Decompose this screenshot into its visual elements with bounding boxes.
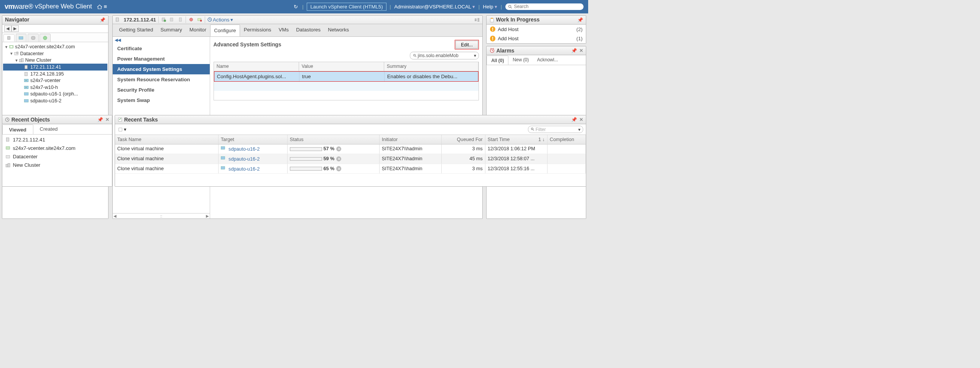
th-queued[interactable]: Queued For (442, 135, 485, 144)
search-input[interactable] (514, 4, 580, 9)
user-menu[interactable]: Administrator@VSPHERE.LOCAL (394, 4, 475, 10)
tasks-export-icon[interactable] (118, 127, 124, 132)
recent-tab-viewed[interactable]: Viewed (2, 125, 33, 135)
tree-vm-0[interactable]: s24x7-vcenter (3, 77, 107, 84)
recent-tab-created[interactable]: Created (33, 124, 64, 134)
tasks-header: Task Name Target Status Initiator Queued… (115, 135, 586, 145)
alarm-tab-ack[interactable]: Acknowl... (533, 55, 562, 65)
tab-monitor[interactable]: Monitor (186, 24, 210, 36)
pin-icon[interactable]: 📌 (97, 117, 103, 122)
recent-objects-panel: Recent Objects 📌 ✕ Viewed Created 172.21… (2, 115, 112, 187)
recent-item-3[interactable]: New Cluster (3, 161, 111, 169)
svg-rect-43 (221, 156, 225, 159)
actions-menu[interactable]: Actions ▾ (207, 17, 233, 23)
svg-rect-35 (6, 155, 10, 158)
global-search[interactable] (505, 3, 584, 10)
tree-host-1[interactable]: 172.24.128.195 (3, 71, 107, 77)
tree-host-0[interactable]: 172.21.112.41 (3, 64, 107, 71)
snav-power-management[interactable]: Power Management (113, 54, 210, 64)
snav-security-profile[interactable]: Security Profile (113, 85, 210, 95)
related-objects-icon[interactable] (474, 17, 480, 22)
svg-point-20 (164, 20, 166, 22)
alarm-tab-all[interactable]: All (0) (487, 56, 508, 65)
settings-row[interactable]: Config.HostAgent.plugins.sol... true Ena… (214, 71, 479, 82)
th-status[interactable]: Status (288, 135, 380, 144)
tab-permissions[interactable]: Permissions (240, 24, 275, 36)
close-icon[interactable]: ✕ (105, 117, 109, 122)
pin-icon[interactable]: 📌 (100, 17, 105, 23)
wip-item-1[interactable]: ! Add Host (1) (487, 34, 585, 43)
th-start[interactable]: Start Time 1 ↓ (485, 135, 548, 144)
col-name[interactable]: Name (214, 62, 299, 71)
storage-tab[interactable] (28, 34, 39, 41)
hosts-clusters-tab[interactable] (3, 34, 15, 42)
recent-item-0[interactable]: 172.21.112.41 (3, 135, 111, 144)
sidebar-collapse-icon[interactable]: ◀◀ (113, 37, 210, 44)
host-tabs: Getting Started Summary Monitor Configur… (113, 24, 482, 36)
action-icon-2[interactable] (169, 17, 175, 22)
task-row[interactable]: Clone virtual machine sdpauto-u16-2 65 %… (115, 164, 586, 174)
tab-getting-started[interactable]: Getting Started (115, 24, 157, 36)
pin-icon[interactable]: 📌 (571, 117, 577, 122)
task-row[interactable]: Clone virtual machine sdpauto-u16-2 57 %… (115, 145, 586, 154)
svg-rect-38 (118, 118, 122, 122)
vms-templates-tab[interactable] (16, 34, 27, 41)
svg-rect-7 (10, 46, 12, 48)
col-summary[interactable]: Summary (384, 62, 479, 71)
svg-rect-11 (21, 59, 23, 62)
tab-vms[interactable]: VMs (275, 24, 293, 36)
home-menu-icon[interactable] (104, 5, 107, 8)
cancel-task-icon[interactable]: ✕ (336, 166, 341, 171)
launch-html5-button[interactable]: Launch vSphere Client (HTML5) (307, 3, 386, 11)
wip-item-0[interactable]: ! Add Host (2) (487, 25, 585, 34)
action-icon-5[interactable] (196, 17, 202, 22)
th-task-name[interactable]: Task Name (115, 135, 219, 144)
pin-icon[interactable]: 📌 (571, 48, 577, 53)
snav-certificate[interactable]: Certificate (113, 43, 210, 54)
svg-rect-9 (16, 52, 18, 54)
nav-back-button[interactable]: ◀ (4, 25, 12, 31)
svg-point-40 (531, 128, 533, 130)
close-icon[interactable]: ✕ (579, 117, 583, 122)
home-icon[interactable] (97, 4, 103, 9)
cancel-task-icon[interactable]: ✕ (336, 156, 341, 161)
cancel-task-icon[interactable]: ✕ (336, 146, 341, 151)
tree-vm-3[interactable]: sdpauto-u16-2 (3, 97, 107, 104)
th-target[interactable]: Target (219, 135, 288, 144)
tasks-filter[interactable]: Filter ▾ (528, 126, 583, 133)
col-value[interactable]: Value (299, 62, 384, 71)
tree-vcenter[interactable]: ▼s24x7-vcenter.site24x7.com (3, 43, 107, 50)
edit-button[interactable]: Edit... (455, 41, 478, 49)
th-completion[interactable]: Completion (548, 135, 586, 144)
th-initiator[interactable]: Initiator (380, 135, 442, 144)
snav-advanced-settings[interactable]: Advanced System Settings (113, 64, 210, 74)
help-menu[interactable]: Help (483, 4, 498, 10)
nav-forward-button[interactable]: ▶ (12, 25, 19, 31)
action-icon-3[interactable] (178, 17, 184, 22)
svg-rect-39 (119, 128, 122, 131)
alarm-tab-new[interactable]: New (0) (508, 55, 533, 65)
action-icon-1[interactable] (161, 17, 167, 22)
pin-icon[interactable]: 📌 (577, 17, 583, 23)
task-row[interactable]: Clone virtual machine sdpauto-u16-2 59 %… (115, 154, 586, 164)
sidebar-scrollbar[interactable]: ◀::▶ (113, 213, 210, 219)
tree-vm-2[interactable]: sdpauto-u16-1 (orph... (3, 91, 107, 98)
action-icon-4[interactable] (188, 17, 194, 22)
recent-objects-title: Recent Objects (12, 117, 50, 123)
tree-cluster[interactable]: ▼New Cluster (3, 57, 107, 64)
tab-summary[interactable]: Summary (157, 24, 186, 36)
tree-datacenter[interactable]: ▼Datacenter (3, 50, 107, 57)
snav-system-resource[interactable]: System Resource Reservation (113, 74, 210, 85)
tab-configure[interactable]: Configure (210, 25, 240, 36)
tab-datastores[interactable]: Datastores (293, 24, 324, 36)
settings-filter[interactable]: jins.solo.enableMob ▾ (410, 52, 479, 59)
chevron-down-icon: ▾ (578, 127, 580, 132)
networking-tab[interactable] (39, 34, 51, 41)
tab-networks[interactable]: Networks (324, 24, 353, 36)
snav-system-swap[interactable]: System Swap (113, 95, 210, 105)
tree-vm-1[interactable]: s24x7-w10-h (3, 84, 107, 91)
recent-item-2[interactable]: Datacenter (3, 153, 111, 161)
recent-item-1[interactable]: s24x7-vcenter.site24x7.com (3, 144, 111, 152)
close-icon[interactable]: ✕ (579, 48, 583, 53)
refresh-icon[interactable]: ↻ (294, 4, 298, 10)
